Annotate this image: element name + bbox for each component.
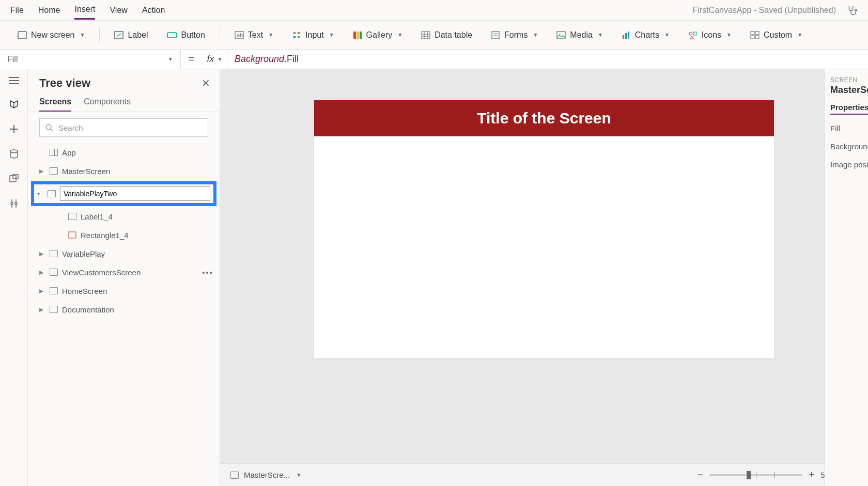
rename-input[interactable] bbox=[60, 186, 210, 201]
advanced-tools-icon[interactable] bbox=[9, 198, 19, 209]
svg-point-41 bbox=[11, 202, 13, 205]
tree-item-documentation[interactable]: ▶ Documentation bbox=[28, 300, 220, 319]
button-label: Button bbox=[181, 30, 205, 40]
main-area: Tree view ✕ Screens Components Search Ap… bbox=[0, 69, 868, 486]
tab-screens[interactable]: Screens bbox=[39, 97, 71, 112]
tree-item-master-screen[interactable]: ▶ MasterScreen bbox=[28, 162, 220, 180]
zoom-out-button[interactable]: − bbox=[698, 469, 704, 481]
expand-icon[interactable]: ▶ bbox=[39, 250, 45, 257]
tab-components[interactable]: Components bbox=[84, 97, 131, 112]
separator bbox=[220, 27, 220, 43]
data-table-button[interactable]: Data table bbox=[414, 27, 479, 43]
custom-label: Custom bbox=[764, 30, 792, 40]
new-screen-button[interactable]: New screen ▼ bbox=[10, 27, 92, 43]
menu-insert[interactable]: Insert bbox=[74, 1, 95, 20]
text-button[interactable]: ab Text ▼ bbox=[227, 27, 281, 43]
label-icon bbox=[114, 31, 123, 39]
menu-bar: File Home Insert View Action FirstCanvas… bbox=[0, 0, 868, 21]
tree-item-homescreen[interactable]: ▶ HomeScreen bbox=[28, 281, 220, 300]
tree-view-icon[interactable] bbox=[9, 99, 19, 109]
tree-list: App ▶ MasterScreen ▾ Label1_4 Rectangle1… bbox=[28, 143, 220, 486]
menu-home[interactable]: Home bbox=[38, 2, 60, 19]
data-icon[interactable] bbox=[9, 149, 19, 159]
close-icon[interactable]: ✕ bbox=[202, 77, 210, 89]
screen-canvas[interactable]: Title of the Screen bbox=[314, 100, 774, 358]
tree-tabs: Screens Components bbox=[28, 94, 220, 112]
equals-sign: = bbox=[181, 53, 202, 65]
prop-row-image-position[interactable]: Image posit bbox=[830, 160, 863, 169]
search-input[interactable]: Search bbox=[39, 118, 208, 137]
input-icon bbox=[292, 31, 301, 39]
svg-rect-25 bbox=[625, 33, 627, 39]
chevron-down-icon: ▼ bbox=[797, 32, 802, 38]
prop-row-fill[interactable]: Fill bbox=[830, 124, 863, 133]
collapse-icon[interactable]: ▾ bbox=[37, 191, 43, 197]
zoom-slider[interactable] bbox=[709, 474, 802, 476]
tree-view-panel: Tree view ✕ Screens Components Search Ap… bbox=[28, 69, 220, 486]
text-icon: ab bbox=[235, 31, 244, 39]
tree-title: Tree view bbox=[39, 76, 90, 90]
prop-row-background[interactable]: Background bbox=[830, 142, 863, 151]
props-tab-properties[interactable]: Properties bbox=[830, 103, 868, 115]
tree-item-viewcustomers[interactable]: ▶ ViewCustomersScreen ••• bbox=[28, 263, 220, 281]
hamburger-icon[interactable] bbox=[9, 76, 19, 85]
forms-label: Forms bbox=[504, 30, 528, 40]
chevron-down-icon: ▼ bbox=[664, 32, 670, 38]
menu-view[interactable]: View bbox=[110, 2, 127, 19]
chevron-down-icon: ▼ bbox=[296, 472, 301, 478]
more-options-icon[interactable]: ••• bbox=[202, 268, 213, 277]
input-button[interactable]: Input ▼ bbox=[285, 27, 342, 43]
expand-icon[interactable]: ▶ bbox=[39, 288, 45, 294]
insert-icon[interactable] bbox=[9, 124, 19, 134]
svg-rect-24 bbox=[623, 35, 624, 39]
svg-point-43 bbox=[46, 124, 51, 130]
expand-icon[interactable]: ▶ bbox=[39, 306, 45, 313]
tree-item-variableplay[interactable]: ▶ VariablePlay bbox=[28, 244, 220, 263]
button-button[interactable]: Button bbox=[160, 27, 212, 43]
chevron-down-icon: ▼ bbox=[397, 32, 402, 38]
property-name: Fill bbox=[7, 55, 18, 64]
label-button[interactable]: Label bbox=[107, 27, 155, 43]
tree-label: Rectangle1_4 bbox=[81, 231, 129, 240]
media-button[interactable]: Media ▼ bbox=[549, 27, 610, 43]
ribbon: New screen ▼ Label Button ab Text ▼ Inpu… bbox=[0, 21, 868, 50]
button-icon bbox=[167, 31, 177, 39]
svg-rect-11 bbox=[353, 32, 356, 39]
forms-button[interactable]: Forms ▼ bbox=[484, 27, 545, 43]
text-label: Text bbox=[248, 30, 263, 40]
svg-rect-31 bbox=[751, 36, 754, 39]
custom-button[interactable]: Custom ▼ bbox=[743, 27, 810, 43]
screen-selector[interactable]: MasterScre... ▼ bbox=[230, 471, 301, 479]
svg-rect-4 bbox=[167, 33, 177, 38]
tree-item-label1-4[interactable]: Label1_4 bbox=[28, 207, 220, 226]
gallery-button[interactable]: Gallery ▼ bbox=[346, 27, 410, 43]
tree-item-app[interactable]: App bbox=[28, 143, 220, 162]
icons-label: Icons bbox=[702, 30, 721, 40]
svg-rect-22 bbox=[557, 32, 565, 39]
screen-icon bbox=[18, 31, 27, 39]
app-checker-icon[interactable] bbox=[846, 5, 858, 16]
chevron-down-icon: ▼ bbox=[80, 32, 85, 38]
tree-item-rectangle1-4[interactable]: Rectangle1_4 bbox=[28, 226, 220, 244]
formula-bar: Fill ▼ = fx ▼ Background.Fill bbox=[0, 50, 868, 69]
label-icon bbox=[68, 213, 76, 220]
screen-header-rectangle[interactable]: Title of the Screen bbox=[314, 100, 774, 136]
svg-rect-28 bbox=[693, 32, 696, 35]
fx-button[interactable]: fx ▼ bbox=[202, 50, 228, 69]
charts-button[interactable]: Charts ▼ bbox=[614, 27, 677, 43]
app-icon bbox=[50, 149, 58, 156]
expand-icon[interactable]: ▶ bbox=[39, 269, 45, 276]
svg-rect-9 bbox=[293, 36, 296, 38]
menu-action[interactable]: Action bbox=[142, 2, 165, 19]
formula-input[interactable]: Background.Fill bbox=[228, 54, 305, 65]
expand-icon[interactable]: ▶ bbox=[39, 168, 45, 175]
property-dropdown[interactable]: Fill ▼ bbox=[0, 50, 181, 69]
media-rail-icon[interactable] bbox=[9, 174, 19, 184]
svg-rect-32 bbox=[755, 36, 759, 39]
zoom-in-button[interactable]: + bbox=[809, 469, 814, 480]
svg-rect-12 bbox=[357, 32, 359, 39]
menu-file[interactable]: File bbox=[10, 2, 24, 19]
canvas-stage[interactable]: Title of the Screen bbox=[220, 69, 868, 463]
chevron-down-icon: ▼ bbox=[218, 56, 223, 62]
icons-button[interactable]: Icons ▼ bbox=[681, 27, 739, 43]
